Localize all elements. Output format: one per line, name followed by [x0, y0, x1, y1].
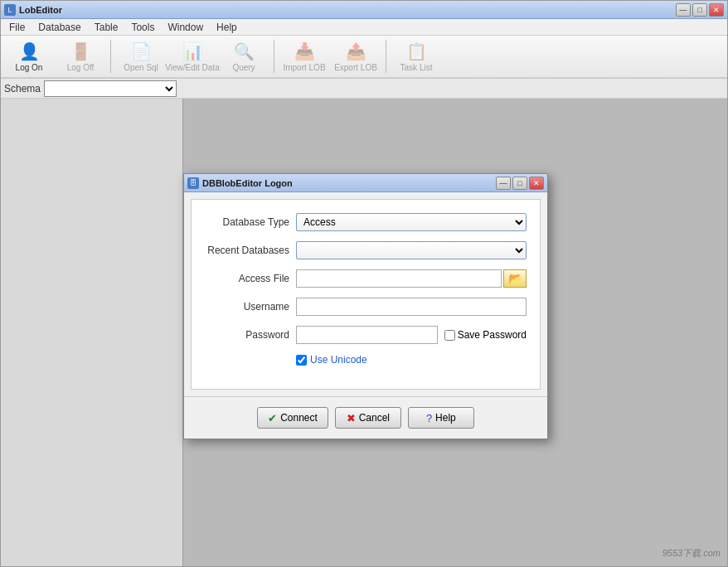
content-area: 🗄 DBBlobEditor Logon — □ ✕ Database Type — [1, 99, 727, 566]
main-window: L LobEditor — □ ✕ File Database Table To… — [0, 0, 728, 567]
opensql-icon: 📄 — [131, 41, 152, 61]
toolbar-viewedit-label: View/Edit Data — [165, 63, 219, 72]
dialog-close-button[interactable]: ✕ — [529, 177, 544, 190]
toolbar-logon[interactable]: 👤 Log On — [4, 37, 54, 75]
use-unicode-control: Use Unicode — [296, 354, 367, 366]
tasklist-icon: 📋 — [406, 41, 427, 61]
password-row-content: Save Password — [296, 326, 527, 344]
menu-table[interactable]: Table — [88, 20, 125, 35]
access-file-control: 📂 — [296, 269, 527, 288]
toolbar-logoff[interactable]: 🚪 Log Off — [56, 37, 105, 75]
toolbar-tasklist[interactable]: 📋 Task List — [391, 37, 441, 75]
exportlob-icon: 📤 — [346, 41, 366, 61]
connect-button[interactable]: ✔ Connect — [257, 407, 328, 429]
toolbar-viewedit[interactable]: 📊 View/Edit Data — [167, 37, 217, 75]
recent-databases-select[interactable] — [296, 241, 527, 259]
access-file-label: Access File — [205, 273, 296, 284]
dialog-app-icon: 🗄 — [187, 177, 199, 189]
toolbar-opensql-label: Open Sql — [124, 63, 158, 72]
restore-button[interactable]: □ — [692, 3, 707, 17]
toolbar-query-label: Query — [232, 63, 255, 72]
menu-database[interactable]: Database — [32, 20, 87, 35]
toolbar-exportlob[interactable]: 📤 Export LOB — [331, 37, 381, 75]
database-type-row: Database Type Access MySQL Oracle SQL Se… — [205, 213, 527, 231]
toolbar-opensql[interactable]: 📄 Open Sql — [116, 37, 166, 75]
save-password-checkbox[interactable] — [444, 330, 455, 341]
cancel-x-icon: ✖ — [347, 412, 356, 424]
toolbar-sep-3 — [386, 40, 386, 73]
dialog-body: Database Type Access MySQL Oracle SQL Se… — [191, 199, 541, 390]
schema-select[interactable] — [44, 80, 177, 97]
password-row: Password Save Password — [205, 326, 527, 344]
window-controls: — □ ✕ — [676, 3, 724, 17]
access-file-row: Access File 📂 — [205, 269, 527, 288]
viewedit-icon: 📊 — [182, 41, 203, 61]
toolbar-exportlob-label: Export LOB — [334, 63, 377, 72]
app-title: LobEditor — [19, 5, 62, 15]
access-file-input[interactable] — [296, 269, 502, 288]
dialog-title: DBBlobEditor Logon — [202, 178, 293, 188]
help-button[interactable]: ? Help — [408, 407, 474, 429]
importlob-icon: 📥 — [294, 41, 315, 61]
username-row: Username — [205, 298, 527, 316]
use-unicode-label: Use Unicode — [310, 354, 367, 366]
cancel-button[interactable]: ✖ Cancel — [335, 407, 401, 429]
toolbar-query[interactable]: 🔍 Query — [219, 37, 269, 75]
close-button[interactable]: ✕ — [709, 3, 724, 17]
use-unicode-row: Use Unicode — [205, 354, 527, 366]
dialog: 🗄 DBBlobEditor Logon — □ ✕ Database Type — [183, 173, 548, 439]
password-label: Password — [205, 329, 296, 341]
connect-check-icon: ✔ — [268, 412, 277, 424]
username-control — [296, 298, 527, 316]
menu-bar: File Database Table Tools Window Help — [1, 19, 727, 36]
title-bar: L LobEditor — □ ✕ — [1, 1, 727, 19]
watermark: 9553下载.com — [662, 547, 721, 560]
cancel-label: Cancel — [359, 412, 390, 424]
schema-label: Schema — [4, 83, 41, 94]
help-q-icon: ? — [426, 412, 432, 424]
username-input[interactable] — [296, 298, 527, 316]
database-type-control: Access MySQL Oracle SQL Server PostgreSQ… — [296, 213, 527, 231]
logoff-icon: 🚪 — [70, 41, 91, 61]
query-icon: 🔍 — [234, 41, 255, 61]
save-password-label: Save Password — [458, 329, 527, 341]
menu-window[interactable]: Window — [161, 20, 210, 35]
username-label: Username — [205, 301, 296, 313]
recent-databases-label: Recent Databases — [205, 245, 296, 256]
dialog-title-bar: 🗄 DBBlobEditor Logon — □ ✕ — [184, 174, 547, 192]
dialog-title-controls: — □ ✕ — [496, 177, 544, 190]
dialog-footer: ✔ Connect ✖ Cancel ? Help — [184, 396, 547, 439]
menu-help[interactable]: Help — [210, 20, 244, 35]
database-type-select[interactable]: Access MySQL Oracle SQL Server PostgreSQ… — [296, 213, 527, 231]
toolbar-importlob[interactable]: 📥 Import LOB — [279, 37, 329, 75]
dialog-title-left: 🗄 DBBlobEditor Logon — [187, 177, 293, 189]
help-label: Help — [435, 412, 456, 424]
dialog-restore-button[interactable]: □ — [512, 177, 527, 190]
access-file-input-group: 📂 — [296, 269, 527, 288]
toolbar-sep-2 — [274, 40, 274, 73]
menu-tools[interactable]: Tools — [124, 20, 161, 35]
connect-label: Connect — [280, 412, 318, 424]
password-control: Save Password — [296, 326, 527, 344]
menu-file[interactable]: File — [2, 20, 32, 35]
browse-button[interactable]: 📂 — [503, 269, 527, 288]
password-input[interactable] — [296, 326, 438, 344]
recent-databases-control — [296, 241, 527, 259]
minimize-button[interactable]: — — [676, 3, 691, 17]
modal-overlay: 🗄 DBBlobEditor Logon — □ ✕ Database Type — [1, 99, 727, 566]
dialog-minimize-button[interactable]: — — [496, 177, 511, 190]
toolbar-logon-label: Log On — [16, 63, 43, 72]
toolbar-tasklist-label: Task List — [400, 63, 433, 72]
save-password-wrapper: Save Password — [444, 329, 527, 341]
toolbar-importlob-label: Import LOB — [283, 63, 325, 72]
schema-bar: Schema — [1, 79, 727, 99]
database-type-label: Database Type — [205, 216, 296, 228]
toolbar-sep-1 — [110, 40, 111, 73]
toolbar-logoff-label: Log Off — [67, 63, 95, 72]
recent-databases-row: Recent Databases — [205, 241, 527, 259]
toolbar: 👤 Log On 🚪 Log Off 📄 Open Sql 📊 View/Edi… — [1, 36, 727, 79]
title-bar-left: L LobEditor — [4, 4, 62, 16]
use-unicode-checkbox[interactable] — [296, 355, 307, 366]
app-icon: L — [4, 4, 16, 16]
logon-icon: 👤 — [19, 41, 40, 61]
